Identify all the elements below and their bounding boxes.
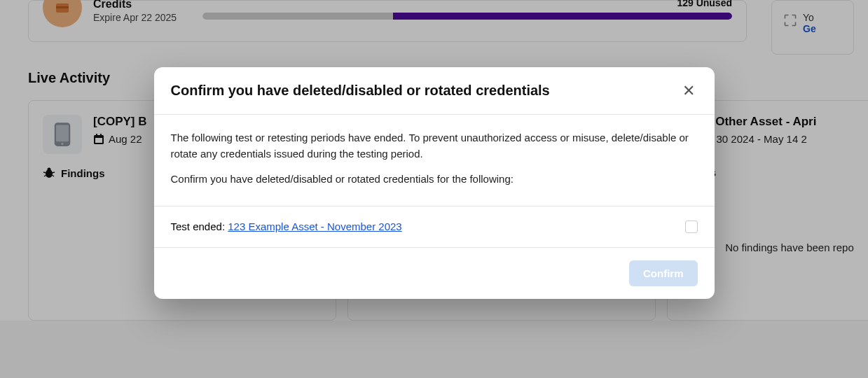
modal-overlay: Confirm you have deleted/disabled or rot… [0, 0, 868, 378]
credentials-modal: Confirm you have deleted/disabled or rot… [154, 67, 715, 299]
test-ended-prefix: Test ended: [171, 220, 228, 232]
confirm-button[interactable]: Confirm [629, 260, 698, 286]
confirm-checkbox[interactable] [685, 220, 698, 233]
test-asset-link[interactable]: 123 Example Asset - November 2023 [228, 220, 401, 232]
close-button[interactable]: ✕ [680, 83, 698, 99]
modal-title: Confirm you have deleted/disabled or rot… [171, 83, 550, 99]
close-icon: ✕ [682, 82, 695, 99]
modal-paragraph-1: The following test or retesting periods … [171, 130, 698, 162]
modal-test-item: Test ended: 123 Example Asset - November… [154, 206, 715, 248]
modal-paragraph-2: Confirm you have deleted/disabled or rot… [171, 172, 698, 188]
